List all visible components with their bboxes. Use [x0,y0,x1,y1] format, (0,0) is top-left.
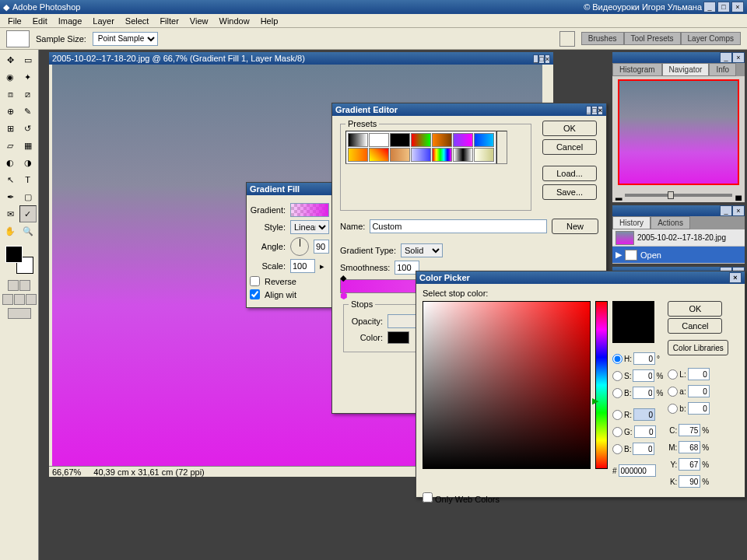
gradient-preview[interactable] [290,203,329,217]
heal-tool[interactable]: ⊕ [2,103,19,120]
preset-10[interactable] [411,148,431,162]
a-radio[interactable] [668,387,678,397]
tab-history[interactable]: History [612,216,651,229]
palette-well-icon[interactable] [559,31,575,47]
dodge-tool[interactable]: ◑ [19,154,37,171]
menu-help[interactable]: Help [256,16,283,26]
menu-file[interactable]: File [3,16,26,26]
h-input[interactable] [633,352,655,365]
opacity-stop-icon[interactable]: ◆ [340,273,346,283]
tab-tool-presets[interactable]: Tool Presets [624,32,681,45]
r-radio[interactable] [612,410,622,420]
ge-save-button[interactable]: Save... [542,184,597,200]
close-button[interactable]: × [731,2,744,12]
zoom-tool[interactable]: 🔍 [19,222,37,240]
bb-input[interactable] [633,443,654,455]
c-input[interactable] [679,424,700,436]
notes-tool[interactable]: ✉ [2,205,19,222]
menu-filter[interactable]: Filter [155,16,183,26]
wand-tool[interactable]: ✦ [19,68,37,86]
history-snapshot[interactable]: 2005-10-02--17-18-20.jpg [612,229,745,247]
k-input[interactable] [679,475,700,488]
nav-zoom-in-icon[interactable]: ▄ [735,191,742,200]
menu-image[interactable]: Image [54,16,87,26]
s-input[interactable] [633,369,654,382]
lasso-tool[interactable]: ◉ [2,68,19,86]
menu-layer[interactable]: Layer [88,16,119,26]
style-select[interactable]: Linear [290,220,329,234]
menu-select[interactable]: Select [121,16,154,26]
tab-layer-comps[interactable]: Layer Comps [681,32,741,45]
preset-7[interactable] [348,148,368,162]
y-input[interactable] [679,458,700,471]
old-color-swatch[interactable] [612,322,654,343]
fg-bg-swatch[interactable] [4,244,35,275]
hex-input[interactable] [619,464,656,477]
hist-close-icon[interactable]: × [732,205,745,216]
nav-zoom-out-icon[interactable]: ▂ [615,191,622,201]
stamp-tool[interactable]: ⊞ [2,120,19,137]
hand-tool[interactable]: ✋ [2,222,19,240]
minimize-button[interactable]: _ [703,2,716,12]
path-tool[interactable]: ↖ [2,171,19,188]
color-field[interactable] [423,301,591,469]
a-input[interactable] [688,385,710,397]
tool-preset-icon[interactable] [6,30,30,47]
preset-5[interactable] [453,133,473,147]
preset-4[interactable] [432,133,452,147]
doc-close[interactable]: × [545,54,550,64]
move-tool[interactable]: ✥ [2,51,19,68]
lab-b-radio[interactable] [668,404,678,414]
gradient-tool[interactable]: ▦ [19,137,37,154]
name-input[interactable] [370,219,547,233]
ge-load-button[interactable]: Load... [542,166,597,181]
preset-3[interactable] [411,133,431,147]
hue-cursor-icon[interactable]: ▶ [592,396,598,406]
preset-13[interactable] [474,148,494,162]
screen-full[interactable] [26,294,37,305]
g-input[interactable] [634,425,656,438]
type-tool[interactable]: T [19,171,37,188]
color-stop-icon[interactable]: ⬢ [340,291,348,301]
hist-min-icon[interactable]: _ [720,205,732,216]
brush-tool[interactable]: ✎ [19,103,37,120]
color-swatch[interactable] [388,331,409,344]
tab-actions[interactable]: Actions [651,216,690,229]
navigator-thumbnail[interactable] [618,79,739,185]
blur-tool[interactable]: ◐ [2,154,19,171]
b-input[interactable] [633,387,654,399]
bb-radio[interactable] [612,444,622,454]
ge-close[interactable]: × [598,106,603,115]
maximize-button[interactable]: □ [717,2,730,12]
ge-max[interactable]: □ [591,106,597,115]
preset-8[interactable] [369,148,389,162]
h-radio[interactable] [612,354,622,364]
crop-tool[interactable]: ⧈ [2,86,19,103]
angle-dial[interactable] [290,237,309,256]
history-brush-tool[interactable]: ↺ [19,120,37,137]
scale-input[interactable] [290,259,315,273]
tab-histogram[interactable]: Histogram [612,63,662,76]
angle-input[interactable] [314,240,329,254]
screen-full-menu[interactable] [14,294,25,305]
scale-arrow-icon[interactable]: ▸ [320,261,324,271]
g-radio[interactable] [612,427,622,437]
tab-brushes[interactable]: Brushes [581,32,624,45]
preset-2[interactable] [390,133,410,147]
cp-ok-button[interactable]: OK [668,301,722,317]
menu-window[interactable]: Window [215,16,254,26]
shape-tool[interactable]: ▢ [19,188,37,205]
panel-min-icon[interactable]: _ [720,52,732,63]
preset-9[interactable] [390,148,410,162]
cp-close[interactable]: × [729,272,742,283]
marquee-tool[interactable]: ▭ [19,51,37,68]
reverse-checkbox[interactable] [250,276,260,286]
l-input[interactable] [688,368,710,380]
preset-0[interactable] [348,133,368,147]
lab-b-input[interactable] [688,402,710,415]
gradtype-select[interactable]: Solid [401,243,443,257]
b-radio[interactable] [612,388,622,398]
m-input[interactable] [679,441,700,453]
panel-close-icon[interactable]: × [732,52,745,63]
cp-libraries-button[interactable]: Color Libraries [668,340,728,355]
